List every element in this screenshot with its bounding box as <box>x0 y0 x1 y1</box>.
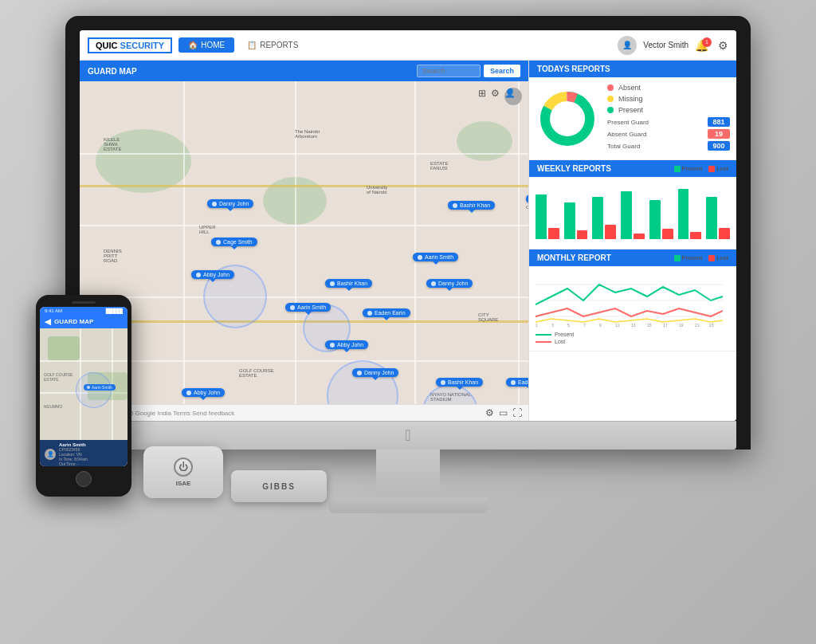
iphone-back-icon[interactable]: ◀ <box>45 317 51 326</box>
svg-text:11: 11 <box>615 323 620 328</box>
bar-chart <box>536 183 730 239</box>
bar-chart-section <box>529 177 736 249</box>
todays-reports-header: TODAYS REPORTS <box>529 61 736 77</box>
search-input[interactable] <box>417 65 481 77</box>
user-name: Vector Smith <box>643 41 688 49</box>
guard-name: Abby John <box>203 272 230 277</box>
guard-marker[interactable]: Bashir Khan <box>436 378 483 387</box>
guard-marker[interactable]: Danny John <box>426 279 473 288</box>
gibbs-body: GIBBS <box>231 470 327 502</box>
map-expand-btn[interactable]: ⛶ <box>512 407 522 418</box>
bar-present <box>592 197 603 239</box>
map-container[interactable]: KILELESHWAESTATE DENNISPRITTROAD UPPERHI… <box>80 81 528 404</box>
map-area-label: Cane <box>526 205 528 210</box>
isae-power-button[interactable]: ⏻ <box>174 457 193 477</box>
present-dot <box>607 107 614 113</box>
iphone-guard-circle <box>76 372 112 408</box>
map-settings-btn[interactable]: ⚙ <box>485 407 494 418</box>
guard-dot <box>290 305 295 310</box>
iphone-home-button[interactable] <box>76 471 92 487</box>
bar-group <box>649 200 673 239</box>
guard-marker[interactable]: Aarin Smith <box>413 253 458 261</box>
guard-name: Bashir Khan <box>448 379 478 385</box>
guard-marker[interactable]: Bashir Khan <box>325 279 372 288</box>
iphone-time: 9:41 AM <box>45 308 62 313</box>
map-area-label: Universityof Nairobi <box>367 185 387 194</box>
guard-dot <box>212 202 217 206</box>
bar-present <box>564 202 575 239</box>
absent-dot <box>607 84 614 91</box>
guard-marker[interactable]: Danny John <box>207 199 253 208</box>
svg-text:13: 13 <box>631 323 636 328</box>
guard-name: Abby John <box>337 342 363 348</box>
guard-marker[interactable]: Abby John <box>191 270 234 279</box>
absent-label: Absent <box>607 84 641 92</box>
guard-marker[interactable]: Eaden Earin <box>363 308 410 317</box>
weekly-reports-card: WEEKLY REPORTS Present Lost <box>529 160 736 249</box>
present-guard-row: Present Guard 881 <box>607 117 730 127</box>
guard-dot <box>453 203 457 208</box>
svg-text:21: 21 <box>695 323 700 328</box>
map-title: GUARD MAP <box>88 67 137 76</box>
main-scene: QUIC SECURITY 🏠 HOME 📋 REPORTS <box>0 0 816 644</box>
bar-absent <box>634 234 645 239</box>
reports-panel: TODAYS REPORTS <box>529 61 736 421</box>
nav-home[interactable]: 🏠 HOME <box>178 37 234 53</box>
present-legend: Present <box>674 166 703 172</box>
guard-name: Cage Smith <box>223 239 253 245</box>
svg-text:23: 23 <box>709 323 714 328</box>
iphone-map-area <box>48 336 80 360</box>
bar-absent <box>605 225 616 239</box>
road <box>183 81 185 404</box>
present-legend-label: Present <box>682 166 703 171</box>
guard-dot <box>441 380 445 385</box>
settings-icon[interactable]: ⚙ <box>491 88 500 105</box>
guard-name: Aarin Smith <box>425 254 453 260</box>
grid-icon[interactable]: ⊞ <box>478 88 486 105</box>
iphone-area-label: GOLF COURSEESTATE <box>44 372 73 382</box>
user-avatar: 👤 <box>618 36 637 55</box>
guard-name: Eaden Earin <box>518 379 528 385</box>
monthly-lost-square <box>708 255 715 261</box>
imac-bezel: QUIC SECURITY 🏠 HOME 📋 REPORTS <box>65 16 751 450</box>
weekly-legend: Present Lost <box>674 166 728 172</box>
nav-reports[interactable]: 📋 REPORTS <box>237 37 308 53</box>
bar-group <box>706 197 730 239</box>
bar-absent <box>719 228 730 239</box>
monthly-lost-label: Lost <box>716 255 728 261</box>
map-area-label: KILELESHWAESTATE <box>104 137 121 151</box>
guard-dot <box>330 343 335 348</box>
map-fullscreen-btn[interactable]: ▭ <box>499 407 508 418</box>
guard-marker[interactable]: Aarin Smith <box>285 303 331 312</box>
bar-present <box>706 197 717 239</box>
todays-reports-card: TODAYS REPORTS <box>529 61 736 160</box>
bar-absent <box>690 232 701 239</box>
guard-name: Eaden Earin <box>375 310 406 316</box>
iphone-body: 9:41 AM █████ ◀ GUARD MAP <box>36 295 131 497</box>
guard-name: Aarin Smith <box>297 304 326 310</box>
guard-marker[interactable]: Danny John <box>352 368 398 377</box>
guard-dot <box>196 273 201 277</box>
guard-marker[interactable]: Bashir Khan <box>448 201 495 210</box>
app-ui: QUIC SECURITY 🏠 HOME 📋 REPORTS <box>80 30 736 421</box>
present-guard-value: 881 <box>708 117 730 127</box>
major-road <box>80 185 528 187</box>
search-button[interactable]: Search <box>484 65 520 77</box>
guard-marker[interactable]: Abby John <box>325 340 368 349</box>
line-chart-svg: 1 3 5 7 9 11 13 15 17 <box>536 273 723 328</box>
guard-marker[interactable]: Abby John <box>182 388 225 397</box>
home-icon: 🏠 <box>188 41 198 49</box>
monthly-legend: Present Lost <box>674 255 728 261</box>
iphone-screen: 9:41 AM █████ ◀ GUARD MAP <box>40 307 128 466</box>
missing-stat-row: Missing <box>607 95 730 103</box>
total-guard-value: 900 <box>708 141 730 151</box>
guard-marker[interactable]: Cage Smith <box>211 238 257 246</box>
bar-group <box>678 189 702 239</box>
guard-dot <box>367 311 372 316</box>
bar-absent <box>577 230 588 239</box>
main-content: GUARD MAP Search <box>80 61 736 421</box>
iphone-area-label: NGUMMO <box>44 404 62 409</box>
guard-marker[interactable]: Eaden Earin <box>506 378 528 387</box>
guard-dot <box>418 255 422 260</box>
gear-icon[interactable]: ⚙ <box>718 39 728 52</box>
